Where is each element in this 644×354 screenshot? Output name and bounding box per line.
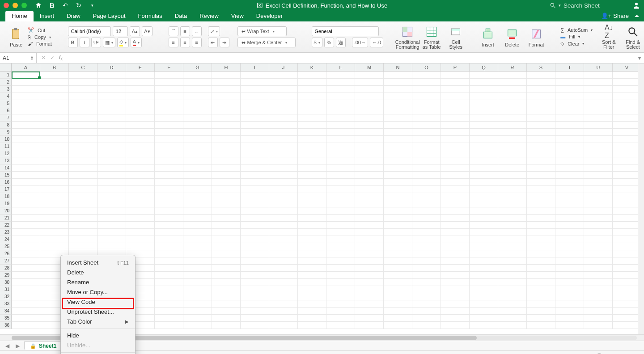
cell[interactable] <box>126 143 155 150</box>
row-header[interactable]: 16 <box>0 179 12 186</box>
cell[interactable] <box>527 272 555 279</box>
cell[interactable] <box>613 250 641 257</box>
cell[interactable] <box>527 122 555 129</box>
cell[interactable] <box>527 107 555 114</box>
cell[interactable] <box>555 293 584 300</box>
cell[interactable] <box>269 186 298 193</box>
cell[interactable] <box>126 193 155 200</box>
cell[interactable] <box>269 293 298 300</box>
cell[interactable] <box>555 172 584 179</box>
cell[interactable] <box>613 236 641 243</box>
cell[interactable] <box>470 229 498 236</box>
cell[interactable] <box>498 79 527 86</box>
cell[interactable] <box>498 257 527 265</box>
cell[interactable] <box>527 157 555 164</box>
cell[interactable] <box>470 157 498 164</box>
cell[interactable] <box>470 279 498 286</box>
cell[interactable] <box>298 265 326 272</box>
cell[interactable] <box>555 200 584 207</box>
column-header[interactable]: L <box>326 63 355 71</box>
cell[interactable] <box>355 100 384 107</box>
cell[interactable] <box>412 136 441 143</box>
cell[interactable] <box>298 164 326 172</box>
cell[interactable] <box>470 236 498 243</box>
row-header[interactable]: 4 <box>0 93 12 100</box>
cell[interactable] <box>527 265 555 272</box>
cell[interactable] <box>269 265 298 272</box>
cell[interactable] <box>212 136 241 143</box>
cell[interactable] <box>613 243 641 250</box>
cell[interactable] <box>584 143 613 150</box>
cell[interactable] <box>69 122 97 129</box>
cell[interactable] <box>155 322 183 329</box>
cell[interactable] <box>183 129 212 136</box>
cell[interactable] <box>355 322 384 329</box>
cell[interactable] <box>269 172 298 179</box>
column-header[interactable]: N <box>384 63 412 71</box>
cell[interactable] <box>384 300 412 308</box>
cell[interactable] <box>498 164 527 172</box>
cell[interactable] <box>12 136 40 143</box>
row-header[interactable]: 27 <box>0 257 12 265</box>
cell[interactable] <box>183 272 212 279</box>
cell[interactable] <box>183 279 212 286</box>
cell[interactable] <box>412 79 441 86</box>
cell[interactable] <box>298 250 326 257</box>
cell[interactable] <box>470 257 498 265</box>
cell[interactable] <box>384 129 412 136</box>
cell[interactable] <box>355 193 384 200</box>
cell[interactable] <box>155 186 183 193</box>
cell[interactable] <box>126 114 155 122</box>
cell[interactable] <box>384 286 412 293</box>
cell[interactable] <box>298 215 326 222</box>
cell[interactable] <box>555 279 584 286</box>
maximize-window-icon[interactable] <box>21 3 27 8</box>
cell[interactable] <box>12 157 40 164</box>
cell[interactable] <box>212 279 241 286</box>
cell[interactable] <box>498 179 527 186</box>
cell[interactable] <box>183 293 212 300</box>
cell[interactable] <box>212 114 241 122</box>
cell[interactable] <box>269 150 298 157</box>
cell[interactable] <box>384 229 412 236</box>
cell[interactable] <box>126 157 155 164</box>
cell[interactable] <box>441 308 470 315</box>
font-size-combo[interactable] <box>113 26 128 36</box>
cell[interactable] <box>384 279 412 286</box>
cell[interactable] <box>384 265 412 272</box>
cell[interactable] <box>470 315 498 322</box>
column-header[interactable]: K <box>298 63 326 71</box>
cell[interactable] <box>555 222 584 229</box>
cell[interactable] <box>355 143 384 150</box>
align-center-button[interactable]: ≡ <box>180 38 190 47</box>
cell[interactable] <box>584 93 613 100</box>
cell[interactable] <box>212 322 241 329</box>
cell[interactable] <box>412 179 441 186</box>
cell[interactable] <box>126 207 155 215</box>
column-header[interactable]: E <box>126 63 155 71</box>
cell[interactable] <box>69 164 97 172</box>
cell[interactable] <box>241 172 269 179</box>
select-all-corner[interactable] <box>0 63 12 71</box>
cell[interactable] <box>326 157 355 164</box>
cell[interactable] <box>183 86 212 93</box>
cell[interactable] <box>355 172 384 179</box>
cell[interactable] <box>384 315 412 322</box>
cell[interactable] <box>40 129 69 136</box>
cell[interactable] <box>441 72 470 79</box>
cell[interactable] <box>155 243 183 250</box>
expand-formula-bar-icon[interactable]: ▾ <box>635 55 644 61</box>
cell[interactable] <box>527 207 555 215</box>
name-box[interactable]: A1 ▲▼ <box>0 53 37 63</box>
row-header[interactable]: 35 <box>0 315 12 322</box>
cell[interactable] <box>12 93 40 100</box>
cell[interactable] <box>441 229 470 236</box>
cell[interactable] <box>97 114 126 122</box>
cell[interactable] <box>470 250 498 257</box>
cell[interactable] <box>527 72 555 79</box>
cell[interactable] <box>241 93 269 100</box>
cell[interactable] <box>40 193 69 200</box>
cell[interactable] <box>212 100 241 107</box>
cell[interactable] <box>384 136 412 143</box>
cell[interactable] <box>613 207 641 215</box>
